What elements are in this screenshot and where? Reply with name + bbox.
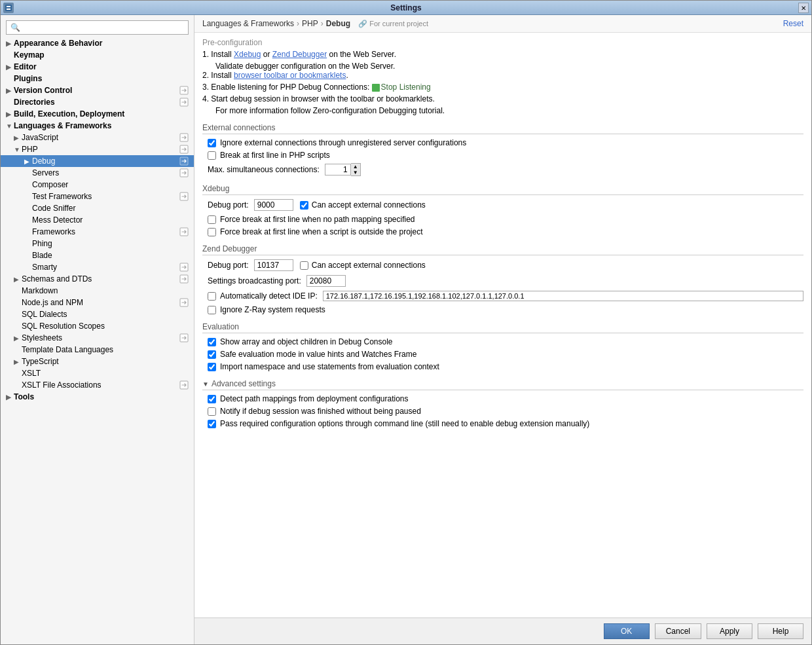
zend-debugger-link[interactable]: Zend Debugger xyxy=(272,50,327,59)
detect-path-checkbox[interactable] xyxy=(208,395,216,403)
sidebar-item-editor[interactable]: ▶ Editor xyxy=(1,61,194,73)
advanced-chevron: ▼ xyxy=(202,380,209,388)
ok-button[interactable]: OK xyxy=(604,623,650,639)
show-array-label: Show array and object children in Debug … xyxy=(220,337,393,346)
expand-arrow xyxy=(24,252,32,259)
break-first-line-checkbox[interactable] xyxy=(208,151,216,160)
sidebar-item-php[interactable]: ▼ PHP xyxy=(1,143,194,155)
force-break-outside-checkbox[interactable] xyxy=(208,228,216,236)
expand-arrow xyxy=(24,240,32,248)
sidebar-item-code-sniffer[interactable]: Code Sniffer xyxy=(1,202,194,214)
broadcast-port-label: Settings broadcasting port: xyxy=(208,276,301,286)
svg-rect-0 xyxy=(5,5,12,11)
close-button[interactable]: ✕ xyxy=(798,3,809,13)
spinner-down-button[interactable]: ▼ xyxy=(351,170,360,175)
can-accept-xdebug-label: Can accept external connections xyxy=(312,200,426,210)
link-icon xyxy=(179,333,189,342)
expand-arrow: ▶ xyxy=(14,276,22,283)
sidebar-item-languages[interactable]: ▼ Languages & Frameworks xyxy=(1,120,194,132)
stop-listening-button[interactable]: Stop Listening xyxy=(372,83,431,92)
sidebar-item-directories[interactable]: Directories xyxy=(1,96,194,108)
force-break-no-path-row: Force break at first line when no path m… xyxy=(202,215,803,224)
safe-eval-checkbox[interactable] xyxy=(208,350,216,359)
link-icon xyxy=(179,145,189,154)
sidebar-item-phing[interactable]: Phing xyxy=(1,238,194,249)
main-panel: Languages & Frameworks › PHP › Debug 🔗 F… xyxy=(194,15,811,644)
force-break-no-path-checkbox[interactable] xyxy=(208,215,216,224)
ignore-external-checkbox[interactable] xyxy=(208,139,216,147)
sidebar-item-xslt[interactable]: XSLT xyxy=(1,367,194,379)
cancel-button[interactable]: Cancel xyxy=(655,623,701,639)
sidebar-item-composer[interactable]: Composer xyxy=(1,179,194,191)
sidebar-item-schemas-dtds[interactable]: ▶ Schemas and DTDs xyxy=(1,273,194,285)
sidebar-item-typescript[interactable]: ▶ TypeScript xyxy=(1,356,194,367)
breadcrumb-php[interactable]: PHP xyxy=(302,19,318,28)
zend-debugger-header: Zend Debugger xyxy=(202,244,803,255)
sidebar-item-template-data[interactable]: Template Data Languages xyxy=(1,344,194,356)
browser-toolbar-link[interactable]: browser toolbar or bookmarklets xyxy=(234,71,346,80)
zend-port-input[interactable] xyxy=(254,259,293,271)
ignore-zray-checkbox[interactable] xyxy=(208,306,216,314)
sidebar-item-stylesheets[interactable]: ▶ Stylesheets xyxy=(1,332,194,344)
pass-required-checkbox[interactable] xyxy=(208,420,216,428)
sidebar-item-label: Template Data Languages xyxy=(22,345,113,354)
breadcrumb-languages[interactable]: Languages & Frameworks xyxy=(202,19,294,28)
xdebug-port-input[interactable] xyxy=(254,199,293,211)
sidebar-item-xslt-file[interactable]: XSLT File Associations xyxy=(1,379,194,391)
link-icon xyxy=(179,157,189,166)
sidebar-item-label: Debug xyxy=(32,157,55,166)
sidebar-item-markdown[interactable]: Markdown xyxy=(1,285,194,297)
sidebar-item-label: Editor xyxy=(14,62,37,71)
window-title: Settings xyxy=(390,3,421,12)
sidebar-item-version-control[interactable]: ▶ Version Control xyxy=(1,84,194,96)
import-namespace-checkbox[interactable] xyxy=(208,363,216,371)
sidebar-item-label: Keymap xyxy=(14,50,45,60)
sidebar-item-plugins[interactable]: Plugins xyxy=(1,73,194,84)
sidebar-item-servers[interactable]: Servers xyxy=(1,167,194,179)
sidebar-item-test-frameworks[interactable]: Test Frameworks xyxy=(1,191,194,202)
sidebar-item-frameworks[interactable]: Frameworks xyxy=(1,226,194,238)
spinner-up-button[interactable]: ▲ xyxy=(351,164,360,170)
advanced-header: ▼ Advanced settings xyxy=(202,379,803,390)
expand-arrow: ▶ xyxy=(6,87,14,94)
sidebar-item-keymap[interactable]: Keymap xyxy=(1,49,194,61)
sidebar-item-javascript[interactable]: ▶ JavaScript xyxy=(1,132,194,143)
sidebar-item-build[interactable]: ▶ Build, Execution, Deployment xyxy=(1,108,194,120)
link-icon xyxy=(179,86,189,95)
can-accept-xdebug-checkbox[interactable] xyxy=(300,201,308,210)
sidebar-item-label: JavaScript xyxy=(22,133,58,142)
sidebar-item-appearance[interactable]: ▶ Appearance & Behavior xyxy=(1,37,194,49)
main-content: Pre-configuration 1. Install Xdebug or Z… xyxy=(194,33,811,617)
broadcast-port-row: Settings broadcasting port: xyxy=(202,275,803,287)
sidebar-item-nodejs[interactable]: Node.js and NPM xyxy=(1,297,194,308)
auto-detect-checkbox[interactable] xyxy=(208,292,216,301)
expand-arrow: ▶ xyxy=(14,134,22,141)
sidebar-item-tools[interactable]: ▶ Tools xyxy=(1,391,194,403)
can-accept-zend-checkbox[interactable] xyxy=(300,261,308,270)
max-simultaneous-input[interactable] xyxy=(325,164,351,175)
stop-icon xyxy=(372,84,380,92)
broadcast-port-input[interactable] xyxy=(306,275,346,287)
sidebar-item-sql-resolution[interactable]: SQL Resolution Scopes xyxy=(1,320,194,332)
reset-button[interactable]: Reset xyxy=(783,19,803,28)
validate-link[interactable]: Validate xyxy=(215,62,243,71)
zero-config-link[interactable]: Zero-configuration Debugging tutorial xyxy=(313,106,443,115)
sidebar-item-mess-detector[interactable]: Mess Detector xyxy=(1,214,194,226)
help-button[interactable]: Help xyxy=(758,623,803,639)
sidebar-item-smarty[interactable]: Smarty xyxy=(1,261,194,273)
auto-detect-label: Automatically detect IDE IP: xyxy=(220,291,318,301)
xdebug-link[interactable]: Xdebug xyxy=(234,50,261,59)
apply-button[interactable]: Apply xyxy=(707,623,752,639)
sidebar-item-label: Languages & Frameworks xyxy=(14,121,111,130)
search-input[interactable] xyxy=(6,20,189,35)
ip-address-input[interactable] xyxy=(323,291,803,301)
sidebar-item-blade[interactable]: Blade xyxy=(1,249,194,261)
sidebar-item-label: Build, Execution, Deployment xyxy=(14,109,124,119)
sidebar-item-sql-dialects[interactable]: SQL Dialects xyxy=(1,308,194,320)
sidebar-item-debug[interactable]: ▶ Debug xyxy=(1,155,194,167)
max-simultaneous-spinner: ▲ ▼ xyxy=(325,163,361,176)
show-array-checkbox[interactable] xyxy=(208,338,216,346)
expand-arrow: ▶ xyxy=(6,40,14,47)
notify-debug-checkbox[interactable] xyxy=(208,407,216,416)
can-accept-row: Can accept external connections xyxy=(300,200,426,210)
